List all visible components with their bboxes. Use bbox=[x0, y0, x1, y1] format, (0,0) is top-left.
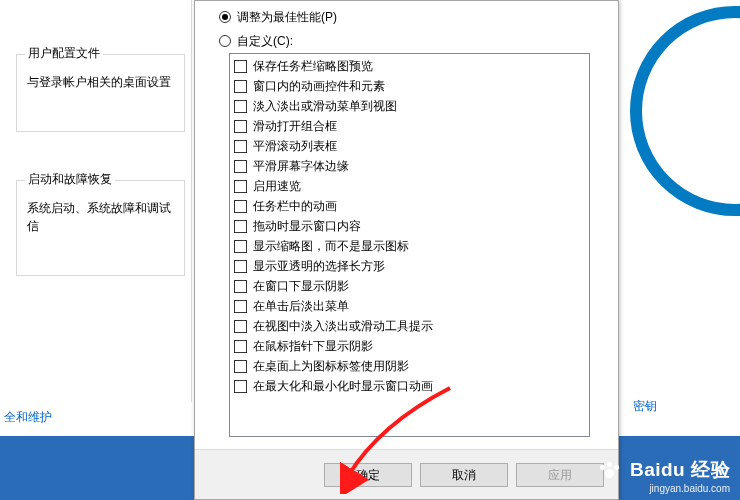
radio-indicator-checked bbox=[219, 11, 231, 23]
visual-effect-option[interactable]: 平滑滚动列表框 bbox=[234, 136, 585, 156]
checkbox-icon[interactable] bbox=[234, 200, 247, 213]
checkbox-icon[interactable] bbox=[234, 120, 247, 133]
paw-icon bbox=[598, 461, 622, 479]
visual-effect-option[interactable]: 窗口内的动画控件和元素 bbox=[234, 76, 585, 96]
watermark-url: jingyan.baidu.com bbox=[598, 483, 730, 494]
group-user-profile: 用户配置文件 与登录帐户相关的桌面设置 bbox=[16, 54, 185, 132]
visual-effect-option[interactable]: 在桌面上为图标标签使用阴影 bbox=[234, 356, 585, 376]
visual-effect-option[interactable]: 拖动时显示窗口内容 bbox=[234, 216, 585, 236]
checkbox-icon[interactable] bbox=[234, 140, 247, 153]
option-label: 在最大化和最小化时显示窗口动画 bbox=[253, 378, 433, 395]
visual-effect-option[interactable]: 显示亚透明的选择长方形 bbox=[234, 256, 585, 276]
option-label: 淡入淡出或滑动菜单到视图 bbox=[253, 98, 397, 115]
option-label: 显示缩略图，而不是显示图标 bbox=[253, 238, 409, 255]
checkbox-icon[interactable] bbox=[234, 260, 247, 273]
option-label: 在窗口下显示阴影 bbox=[253, 278, 349, 295]
option-label: 在单击后淡出菜单 bbox=[253, 298, 349, 315]
option-label: 启用速览 bbox=[253, 178, 301, 195]
dialog-button-row: 确定 取消 应用 bbox=[195, 449, 618, 499]
visual-effects-list[interactable]: 保存任务栏缩略图预览窗口内的动画控件和元素淡入淡出或滑动菜单到视图滑动打开组合框… bbox=[229, 53, 590, 437]
checkbox-icon[interactable] bbox=[234, 280, 247, 293]
checkbox-icon[interactable] bbox=[234, 180, 247, 193]
visual-effect-option[interactable]: 启用速览 bbox=[234, 176, 585, 196]
left-panel: 用户配置文件 与登录帐户相关的桌面设置 启动和故障恢复 系统启动、系统故障和调试… bbox=[6, 0, 192, 402]
option-label: 平滑屏幕字体边缘 bbox=[253, 158, 349, 175]
brand-arc bbox=[630, 6, 740, 216]
group-desc: 与登录帐户相关的桌面设置 bbox=[27, 73, 176, 91]
checkbox-icon[interactable] bbox=[234, 340, 247, 353]
option-label: 在鼠标指针下显示阴影 bbox=[253, 338, 373, 355]
visual-effect-option[interactable]: 保存任务栏缩略图预览 bbox=[234, 56, 585, 76]
right-strip: 密钥 bbox=[619, 0, 740, 436]
group-desc: 系统启动、系统故障和调试信 bbox=[27, 199, 176, 235]
radio-label: 自定义(C): bbox=[237, 33, 293, 50]
option-label: 滑动打开组合框 bbox=[253, 118, 337, 135]
checkbox-icon[interactable] bbox=[234, 240, 247, 253]
checkbox-icon[interactable] bbox=[234, 320, 247, 333]
checkbox-icon[interactable] bbox=[234, 380, 247, 393]
checkbox-icon[interactable] bbox=[234, 360, 247, 373]
radio-group: 调整为最佳性能(P) 自定义(C): bbox=[195, 1, 618, 61]
visual-effect-option[interactable]: 在鼠标指针下显示阴影 bbox=[234, 336, 585, 356]
watermark-brand-c: 经验 bbox=[691, 459, 730, 480]
checkbox-icon[interactable] bbox=[234, 100, 247, 113]
visual-effect-option[interactable]: 滑动打开组合框 bbox=[234, 116, 585, 136]
ok-button[interactable]: 确定 bbox=[324, 463, 412, 487]
cancel-button[interactable]: 取消 bbox=[420, 463, 508, 487]
visual-effect-option[interactable]: 显示缩略图，而不是显示图标 bbox=[234, 236, 585, 256]
checkbox-icon[interactable] bbox=[234, 60, 247, 73]
group-title: 用户配置文件 bbox=[25, 45, 103, 62]
visual-effect-option[interactable]: 在窗口下显示阴影 bbox=[234, 276, 585, 296]
option-label: 窗口内的动画控件和元素 bbox=[253, 78, 385, 95]
watermark: Baidu 经验 jingyan.baidu.com bbox=[598, 457, 730, 494]
performance-options-dialog: 调整为最佳性能(P) 自定义(C): 保存任务栏缩略图预览窗口内的动画控件和元素… bbox=[194, 0, 619, 500]
group-title: 启动和故障恢复 bbox=[25, 171, 115, 188]
checkbox-icon[interactable] bbox=[234, 80, 247, 93]
visual-effect-option[interactable]: 在单击后淡出菜单 bbox=[234, 296, 585, 316]
visual-effect-option[interactable]: 平滑屏幕字体边缘 bbox=[234, 156, 585, 176]
option-label: 任务栏中的动画 bbox=[253, 198, 337, 215]
key-link[interactable]: 密钥 bbox=[633, 398, 657, 415]
visual-effect-option[interactable]: 在视图中淡入淡出或滑动工具提示 bbox=[234, 316, 585, 336]
radio-label: 调整为最佳性能(P) bbox=[237, 9, 337, 26]
option-label: 平滑滚动列表框 bbox=[253, 138, 337, 155]
checkbox-icon[interactable] bbox=[234, 300, 247, 313]
visual-effect-option[interactable]: 在最大化和最小化时显示窗口动画 bbox=[234, 376, 585, 396]
visual-effect-option[interactable]: 淡入淡出或滑动菜单到视图 bbox=[234, 96, 585, 116]
checkbox-icon[interactable] bbox=[234, 160, 247, 173]
apply-button[interactable]: 应用 bbox=[516, 463, 604, 487]
option-label: 拖动时显示窗口内容 bbox=[253, 218, 361, 235]
option-label: 在视图中淡入淡出或滑动工具提示 bbox=[253, 318, 433, 335]
group-startup-recovery: 启动和故障恢复 系统启动、系统故障和调试信 bbox=[16, 180, 185, 276]
visual-effect-option[interactable]: 任务栏中的动画 bbox=[234, 196, 585, 216]
radio-best-performance[interactable]: 调整为最佳性能(P) bbox=[219, 7, 614, 27]
option-label: 显示亚透明的选择长方形 bbox=[253, 258, 385, 275]
checkbox-icon[interactable] bbox=[234, 220, 247, 233]
security-maintenance-link[interactable]: 全和维护 bbox=[4, 409, 52, 426]
watermark-brand-a: Bai bbox=[630, 459, 661, 480]
option-label: 保存任务栏缩略图预览 bbox=[253, 58, 373, 75]
radio-custom[interactable]: 自定义(C): bbox=[219, 31, 614, 51]
radio-indicator bbox=[219, 35, 231, 47]
watermark-brand-b: du bbox=[661, 459, 685, 480]
option-label: 在桌面上为图标标签使用阴影 bbox=[253, 358, 409, 375]
